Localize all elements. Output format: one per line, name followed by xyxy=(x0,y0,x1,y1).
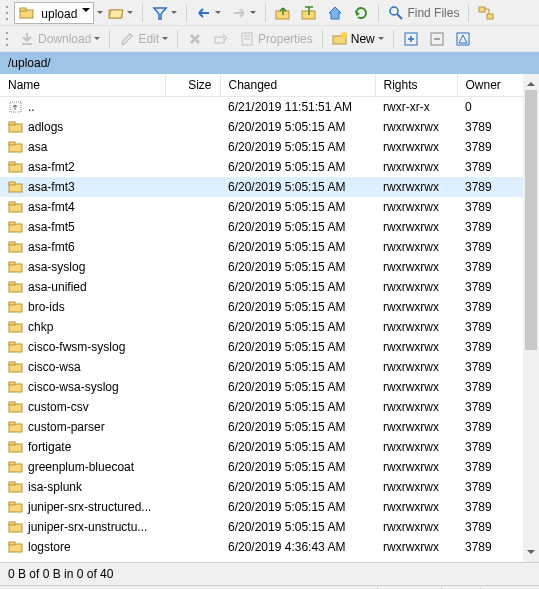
table-row[interactable]: fortigate6/20/2019 5:05:15 AMrwxrwxrwx37… xyxy=(0,437,523,457)
svg-rect-37 xyxy=(9,182,15,185)
scroll-up-button[interactable] xyxy=(523,74,539,90)
summary-text: 0 B of 0 B in 0 of 40 xyxy=(8,567,113,581)
table-row[interactable]: bro-ids6/20/2019 5:05:15 AMrwxrwxrwx3789 xyxy=(0,297,523,317)
table-row[interactable]: cisco-fwsm-syslog6/20/2019 5:05:15 AMrwx… xyxy=(0,337,523,357)
col-name[interactable]: Name xyxy=(0,74,165,97)
download-button[interactable]: Download xyxy=(15,29,104,49)
file-changed: 6/20/2019 5:05:15 AM xyxy=(228,400,345,414)
table-row[interactable]: asa-unified6/20/2019 5:05:15 AMrwxrwxrwx… xyxy=(0,277,523,297)
table-row[interactable]: adlogs6/20/2019 5:05:15 AMrwxrwxrwx3789 xyxy=(0,117,523,137)
table-row[interactable]: asa-syslog6/20/2019 5:05:15 AMrwxrwxrwx3… xyxy=(0,257,523,277)
file-rights: rwxrwxrwx xyxy=(383,460,439,474)
table-row[interactable]: asa-fmt36/20/2019 5:05:15 AMrwxrwxrwx378… xyxy=(0,177,523,197)
svg-rect-51 xyxy=(9,322,15,325)
toolbar-grip[interactable] xyxy=(4,4,10,22)
file-owner: 3789 xyxy=(465,240,492,254)
new-button[interactable]: New xyxy=(328,29,388,49)
properties-button[interactable]: Properties xyxy=(235,29,317,49)
location-dropdown[interactable]: upload xyxy=(14,2,94,24)
table-row[interactable]: custom-parser6/20/2019 5:05:15 AMrwxrwxr… xyxy=(0,417,523,437)
table-row[interactable]: greenplum-bluecoat6/20/2019 5:05:15 AMrw… xyxy=(0,457,523,477)
col-rights[interactable]: Rights xyxy=(375,74,457,97)
file-changed: 6/20/2019 5:05:15 AM xyxy=(228,340,345,354)
folder-root-icon xyxy=(301,5,317,21)
forward-button[interactable] xyxy=(227,3,260,23)
folder-icon xyxy=(8,439,24,455)
svg-rect-61 xyxy=(9,422,15,425)
delete-button[interactable] xyxy=(183,29,207,49)
chevron-down-icon xyxy=(215,11,221,17)
current-path: /upload/ xyxy=(8,56,51,70)
file-rights: rwxrwxrwx xyxy=(383,160,439,174)
find-files-button[interactable]: Find Files xyxy=(384,3,463,23)
expand-button[interactable] xyxy=(399,29,423,49)
pencil-icon xyxy=(119,31,135,47)
svg-rect-1 xyxy=(20,8,26,11)
toolbar-grip[interactable] xyxy=(4,30,10,48)
chevron-down-icon xyxy=(250,11,256,17)
toolbar-nav: upload Find Files xyxy=(0,0,539,26)
file-changed: 6/20/2019 5:05:15 AM xyxy=(228,180,345,194)
file-owner: 0 xyxy=(465,100,472,114)
edit-button[interactable]: Edit xyxy=(115,29,172,49)
parent-folder-button[interactable] xyxy=(271,3,295,23)
find-files-label: Find Files xyxy=(407,6,459,20)
file-owner: 3789 xyxy=(465,320,492,334)
sync-button[interactable] xyxy=(474,3,498,23)
table-row[interactable]: custom-csv6/20/2019 5:05:15 AMrwxrwxrwx3… xyxy=(0,397,523,417)
table-row[interactable]: cisco-wsa-syslog6/20/2019 5:05:15 AMrwxr… xyxy=(0,377,523,397)
scroll-down-button[interactable] xyxy=(523,546,539,562)
table-row[interactable]: ..6/21/2019 11:51:51 AMrwxr-xr-x0 xyxy=(0,97,523,118)
svg-rect-13 xyxy=(479,7,485,12)
back-button[interactable] xyxy=(192,3,225,23)
table-row[interactable]: juniper-srx-structured...6/20/2019 5:05:… xyxy=(0,497,523,517)
folder-icon xyxy=(8,519,24,535)
file-list-table: Name Size Changed Rights Owner ..6/21/20… xyxy=(0,74,523,557)
table-row[interactable]: logstore6/20/2019 4:36:43 AMrwxrwxrwx378… xyxy=(0,537,523,557)
svg-marker-3 xyxy=(109,10,123,18)
file-name: asa-unified xyxy=(28,280,87,294)
folder-icon xyxy=(8,219,24,235)
file-rights: rwxrwxrwx xyxy=(383,520,439,534)
svg-rect-16 xyxy=(215,37,224,43)
table-row[interactable]: chkp6/20/2019 5:05:15 AMrwxrwxrwx3789 xyxy=(0,317,523,337)
col-changed[interactable]: Changed xyxy=(220,74,375,97)
table-row[interactable]: isa-splunk6/20/2019 5:05:15 AMrwxrwxrwx3… xyxy=(0,477,523,497)
table-row[interactable]: cisco-wsa6/20/2019 5:05:15 AMrwxrwxrwx37… xyxy=(0,357,523,377)
file-rights: rwxrwxrwx xyxy=(383,380,439,394)
col-owner[interactable]: Owner xyxy=(457,74,523,97)
vertical-scrollbar[interactable] xyxy=(523,74,539,562)
table-row[interactable]: juniper-srx-unstructu...6/20/2019 5:05:1… xyxy=(0,517,523,537)
rename-button[interactable] xyxy=(209,29,233,49)
properties-label: Properties xyxy=(258,32,313,46)
home-icon xyxy=(327,5,343,21)
path-bar[interactable]: /upload/ xyxy=(0,52,539,74)
table-row[interactable]: asa6/20/2019 5:05:15 AMrwxrwxrwx3789 xyxy=(0,137,523,157)
dropdown-arrow-icon[interactable] xyxy=(97,11,103,17)
scroll-thumb[interactable] xyxy=(525,90,537,350)
svg-rect-49 xyxy=(9,302,15,305)
select-all-button[interactable] xyxy=(451,29,475,49)
file-owner: 3789 xyxy=(465,160,492,174)
file-rights: rwxrwxrwx xyxy=(383,180,439,194)
file-name: .. xyxy=(28,100,35,114)
refresh-button[interactable] xyxy=(349,3,373,23)
file-owner: 3789 xyxy=(465,480,492,494)
download-label: Download xyxy=(38,32,91,46)
folder-icon xyxy=(19,5,35,21)
file-list-panel: Name Size Changed Rights Owner ..6/21/20… xyxy=(0,74,539,562)
table-row[interactable]: asa-fmt66/20/2019 5:05:15 AMrwxrwxrwx378… xyxy=(0,237,523,257)
root-folder-button[interactable] xyxy=(297,3,321,23)
table-row[interactable]: asa-fmt26/20/2019 5:05:15 AMrwxrwxrwx378… xyxy=(0,157,523,177)
file-owner: 3789 xyxy=(465,460,492,474)
home-button[interactable] xyxy=(323,3,347,23)
col-size[interactable]: Size xyxy=(165,74,220,97)
folder-icon xyxy=(8,199,24,215)
collapse-button[interactable] xyxy=(425,29,449,49)
table-row[interactable]: asa-fmt46/20/2019 5:05:15 AMrwxrwxrwx378… xyxy=(0,197,523,217)
table-row[interactable]: asa-fmt56/20/2019 5:05:15 AMrwxrwxrwx378… xyxy=(0,217,523,237)
filter-button[interactable] xyxy=(148,3,181,23)
open-folder-button[interactable] xyxy=(104,3,137,23)
svg-rect-59 xyxy=(9,402,15,405)
file-name: fortigate xyxy=(28,440,71,454)
